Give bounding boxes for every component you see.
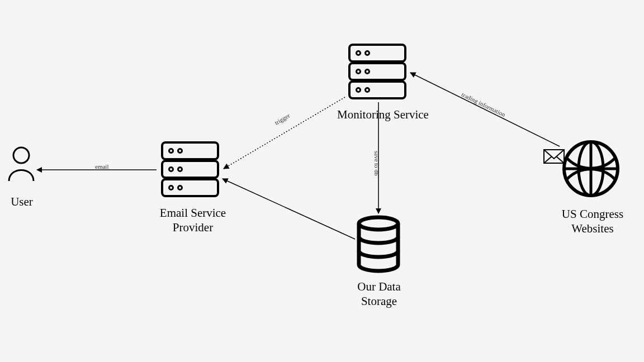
user-label: User xyxy=(4,194,39,209)
svg-rect-10 xyxy=(349,45,405,61)
svg-point-0 xyxy=(13,147,29,163)
architecture-diagram xyxy=(0,0,644,362)
svg-point-5 xyxy=(169,168,173,172)
svg-point-14 xyxy=(357,70,361,74)
svg-point-3 xyxy=(178,149,182,153)
arrow-storage-to-email xyxy=(222,179,355,239)
svg-point-18 xyxy=(366,88,370,92)
email-edge-label: email xyxy=(95,163,108,170)
server-icon xyxy=(162,142,218,196)
svg-point-8 xyxy=(169,186,173,190)
envelope-icon xyxy=(544,150,564,163)
svg-point-6 xyxy=(178,168,182,172)
database-icon xyxy=(359,217,398,271)
svg-rect-1 xyxy=(162,142,218,159)
svg-point-9 xyxy=(178,186,182,190)
svg-rect-13 xyxy=(349,63,405,80)
save-edge-label: save to db xyxy=(373,151,380,176)
svg-point-12 xyxy=(366,51,370,55)
server-icon xyxy=(349,45,405,98)
storage-label: Our Data Storage xyxy=(345,279,413,309)
svg-point-2 xyxy=(169,149,173,153)
svg-rect-7 xyxy=(162,179,218,196)
svg-point-11 xyxy=(357,51,361,55)
monitoring-label: Monitoring Service xyxy=(327,107,439,122)
user-icon xyxy=(9,147,34,181)
congress-label: US Congress Websites xyxy=(551,207,634,236)
svg-rect-16 xyxy=(349,82,405,98)
svg-point-19 xyxy=(359,217,398,230)
email-service-label: Email Service Provider xyxy=(154,206,232,235)
svg-point-17 xyxy=(357,88,361,92)
svg-rect-4 xyxy=(162,161,218,178)
globe-icon xyxy=(564,142,618,196)
svg-point-15 xyxy=(366,70,370,74)
